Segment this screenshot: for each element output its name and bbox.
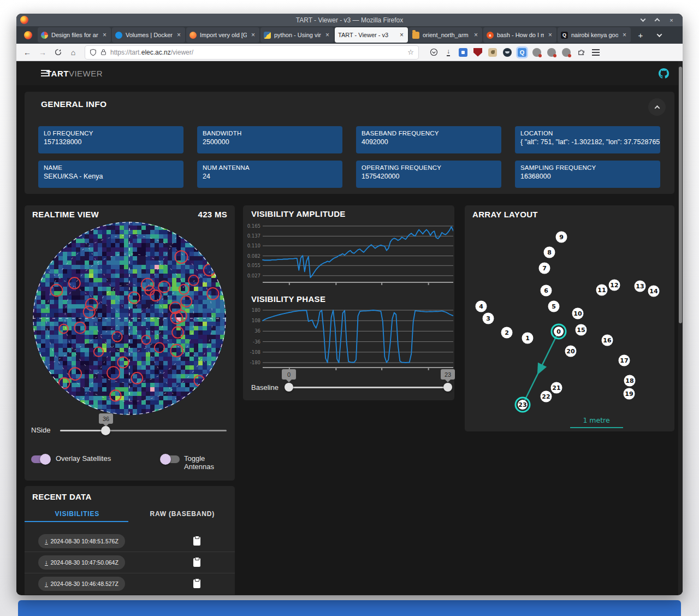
tab-close-icon[interactable]: × <box>102 31 108 39</box>
browser-tab-7[interactable]: abash - How do I mo× <box>483 27 556 43</box>
password-manager-icon[interactable] <box>459 48 467 57</box>
downloads-icon[interactable]: ↓ <box>444 48 453 57</box>
antenna-2[interactable]: 2 <box>501 327 513 339</box>
back-button[interactable]: ← <box>21 46 34 59</box>
svg-text:12: 12 <box>610 282 618 289</box>
tab-close-icon[interactable]: × <box>473 31 479 39</box>
tab-close-icon[interactable]: × <box>399 31 405 39</box>
browser-tab-4[interactable]: python - Using virtu× <box>260 27 334 43</box>
antenna-15[interactable]: 15 <box>576 324 587 336</box>
download-data-button[interactable]: ↓2024-08-30 10:46:48.527Z <box>38 577 125 591</box>
download-data-button[interactable]: ↓2024-08-30 10:47:50.064Z <box>38 555 125 570</box>
baseline-slider-thumb-max[interactable] <box>443 383 452 392</box>
antenna-12[interactable]: 12 <box>609 280 620 291</box>
baseline-slider-track[interactable] <box>289 387 448 388</box>
synthesized-sky-image[interactable] <box>32 221 227 416</box>
antenna-7[interactable]: 7 <box>539 263 550 274</box>
download-data-button[interactable]: ↓2024-08-30 10:48:51.576Z <box>38 534 125 548</box>
browser-tab-2[interactable]: Volumes | Docker D× <box>112 27 185 43</box>
lock-icon[interactable] <box>100 49 106 56</box>
qwant-icon[interactable]: Q <box>518 48 526 57</box>
info-card-value: 24 <box>203 173 337 180</box>
svg-text:16: 16 <box>603 337 612 344</box>
antenna-17[interactable]: 17 <box>619 355 630 366</box>
pocket-icon[interactable] <box>429 48 438 57</box>
browser-tab-6[interactable]: orient_north_arm× <box>409 27 482 43</box>
window-titlebar[interactable]: TART - Viewer - v3 — Mozilla Firefox × <box>16 14 683 26</box>
page-scrollbar[interactable] <box>678 61 683 595</box>
toggle-antennas-toggle[interactable] <box>161 455 180 463</box>
browser-tab-8[interactable]: Qnairobi kenya googl× <box>558 27 631 43</box>
antenna-21[interactable]: 21 <box>551 382 562 394</box>
home-button[interactable]: ⌂ <box>67 46 80 59</box>
browser-tab-5[interactable]: TART - Viewer - v3× <box>335 27 408 43</box>
overlay-satellites-toggle[interactable] <box>31 455 50 463</box>
antenna-6[interactable]: 6 <box>541 285 552 297</box>
copy-to-clipboard-button[interactable] <box>188 576 205 592</box>
monkey-extension-icon-2[interactable] <box>547 48 556 57</box>
antenna-22[interactable]: 22 <box>541 391 552 402</box>
page-scrollbar-thumb[interactable] <box>679 67 682 323</box>
antenna-14[interactable]: 14 <box>648 286 660 297</box>
monkey-extension-icon-1[interactable] <box>532 48 541 57</box>
app-menu-icon[interactable] <box>591 48 600 57</box>
bookmark-star-icon[interactable]: ☆ <box>407 48 414 56</box>
tab-close-icon[interactable]: × <box>250 31 256 39</box>
new-tab-button[interactable]: + <box>632 27 649 43</box>
antenna-3[interactable]: 3 <box>483 313 494 324</box>
tab-close-icon[interactable]: × <box>324 31 330 39</box>
antenna-16[interactable]: 16 <box>602 335 613 346</box>
baseline-slider-thumb-min[interactable] <box>285 383 293 392</box>
tab-close-icon[interactable]: × <box>176 31 182 39</box>
copy-to-clipboard-button[interactable] <box>188 554 205 571</box>
info-card-value: 2500000 <box>203 138 337 146</box>
antenna-8[interactable]: 8 <box>544 247 555 258</box>
clearurls-icon[interactable] <box>488 48 497 57</box>
forward-button[interactable]: → <box>36 46 49 59</box>
url-text[interactable]: https://tart.elec.ac.nz/viewer/ <box>110 49 404 56</box>
nside-slider-thumb[interactable] <box>101 426 110 435</box>
antenna-18[interactable]: 18 <box>624 375 636 387</box>
list-tabs-button[interactable] <box>651 27 667 43</box>
svg-text:17: 17 <box>620 357 628 364</box>
svg-text:2: 2 <box>505 329 509 336</box>
github-icon[interactable] <box>659 68 669 79</box>
ublock-origin-icon[interactable] <box>473 48 482 57</box>
shield-icon[interactable] <box>90 49 97 56</box>
copy-to-clipboard-button[interactable] <box>188 533 205 549</box>
url-bar[interactable]: https://tart.elec.ac.nz/viewer/ ☆ <box>85 46 418 59</box>
antenna-1[interactable]: 1 <box>522 333 534 344</box>
app-bar: TARTVIEWER <box>16 61 683 85</box>
browser-tab-1[interactable]: Design files for an u× <box>38 27 111 43</box>
privacy-badger-icon[interactable] <box>503 48 512 57</box>
antenna-20[interactable]: 20 <box>565 346 577 357</box>
antenna-23[interactable]: 23 <box>518 400 528 410</box>
antenna-10[interactable]: 10 <box>572 308 584 319</box>
svg-text:-180: -180 <box>250 360 260 365</box>
extensions-puzzle-icon[interactable] <box>577 48 585 57</box>
browser-tab-3[interactable]: Import very old [Gra× <box>186 27 259 43</box>
close-button[interactable]: × <box>668 16 675 23</box>
tab-bar: Design files for an u×Volumes | Docker D… <box>16 26 683 44</box>
antenna-0[interactable]: 0 <box>554 327 564 336</box>
collapse-button[interactable] <box>648 98 666 116</box>
maximize-button[interactable] <box>654 16 661 23</box>
monkey-extension-icon-3[interactable] <box>562 48 571 57</box>
tab-raw-baseband[interactable]: RAW (BASEBAND) <box>130 506 235 523</box>
tab-label: nairobi kenya googl <box>571 32 618 38</box>
antenna-13[interactable]: 13 <box>635 281 646 292</box>
minimize-button[interactable] <box>639 16 647 23</box>
reload-button[interactable] <box>51 46 64 59</box>
tab-close-icon[interactable]: × <box>621 31 627 39</box>
antenna-5[interactable]: 5 <box>548 301 560 312</box>
antenna-19[interactable]: 19 <box>624 388 635 400</box>
firefox-view-button[interactable] <box>20 27 36 43</box>
svg-text:1: 1 <box>525 335 530 342</box>
app-menu-button[interactable] <box>41 73 50 74</box>
tab-close-icon[interactable]: × <box>547 31 553 39</box>
antenna-4[interactable]: 4 <box>476 301 487 312</box>
antenna-9[interactable]: 9 <box>556 232 567 243</box>
antenna-11[interactable]: 11 <box>596 285 608 296</box>
antenna-array-map[interactable]: 012345678910111213141516171819202122231 … <box>465 205 674 431</box>
info-card-label: L0 FREQUENCY <box>44 130 178 137</box>
